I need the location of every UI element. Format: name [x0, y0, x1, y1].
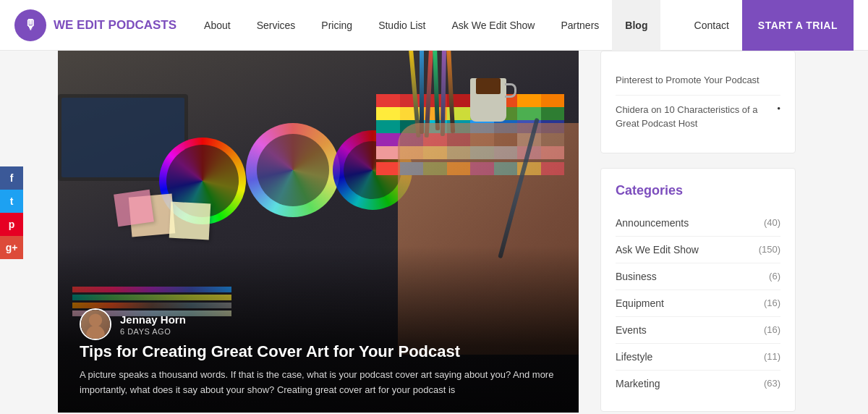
sidebar: Pinterest to Promote Your Podcast Chider… — [600, 51, 796, 414]
svg-point-1 — [86, 326, 104, 340]
category-item-lifestyle[interactable]: Lifestyle (11) — [616, 344, 780, 371]
category-label: Lifestyle — [616, 351, 652, 363]
category-count: (40) — [764, 217, 780, 228]
nav-item-ask-we-edit-show[interactable]: Ask We Edit Show — [439, 0, 548, 51]
twitter-social-button[interactable]: t — [0, 190, 23, 213]
nav-item-about[interactable]: About — [191, 0, 244, 51]
logo-link[interactable]: 🎙 WE EDIT PODCASTS — [14, 9, 176, 41]
categories-title: Categories — [616, 183, 780, 198]
category-label: Marketing — [616, 378, 660, 389]
comment-item: Pinterest to Promote Your Podcast — [616, 66, 780, 96]
hero-bg: Jennay Horn 6 DAYS AGO Tips for Creating… — [58, 51, 579, 413]
category-item-business[interactable]: Business (6) — [616, 263, 780, 290]
author-info: Jennay Horn 6 DAYS AGO — [80, 308, 186, 340]
author-avatar-image — [81, 310, 110, 339]
google-plus-social-button[interactable]: g+ — [0, 236, 23, 259]
nav-item-blog[interactable]: Blog — [612, 0, 660, 51]
social-sidebar: f t p g+ — [0, 166, 23, 259]
category-count: (11) — [764, 351, 780, 362]
author-avatar — [80, 308, 111, 340]
category-count: (6) — [769, 271, 780, 282]
article-area: Jennay Horn 6 DAYS AGO Tips for Creating… — [58, 51, 579, 414]
category-label: Events — [616, 324, 647, 336]
nav-item-pricing[interactable]: Pricing — [308, 0, 365, 51]
header-right: Contact START A TRIAL — [681, 0, 854, 51]
category-count: (16) — [764, 324, 780, 335]
category-item-ask-we-edit-show[interactable]: Ask We Edit Show (150) — [616, 237, 780, 263]
category-count: (16) — [764, 297, 780, 308]
category-label: Ask We Edit Show — [616, 244, 699, 255]
category-item-announcements[interactable]: Announcements (40) — [616, 210, 780, 237]
category-item-events[interactable]: Events (16) — [616, 317, 780, 344]
article-excerpt: A picture speaks a thousand words. If th… — [80, 368, 557, 398]
author-date: 6 DAYS AGO — [120, 327, 186, 336]
facebook-social-button[interactable]: f — [0, 166, 23, 190]
category-label: Equipment — [616, 297, 664, 309]
category-item-equipment[interactable]: Equipment (16) — [616, 290, 780, 317]
start-trial-button[interactable]: START A TRIAL — [742, 0, 854, 51]
logo-icon: 🎙 — [14, 9, 46, 41]
nav-item-services[interactable]: Services — [244, 0, 309, 51]
coffee-cup — [470, 72, 506, 122]
category-count: (63) — [764, 378, 780, 389]
categories-widget: Categories Announcements (40) Ask We Edi… — [600, 168, 796, 412]
nav-item-contact[interactable]: Contact — [681, 0, 742, 51]
nav-item-studio-list[interactable]: Studio List — [365, 0, 438, 51]
category-item-marketing[interactable]: Marketing (63) — [616, 371, 780, 397]
main-content: Jennay Horn 6 DAYS AGO Tips for Creating… — [0, 51, 868, 414]
logo-text: WE EDIT PODCASTS — [54, 18, 176, 33]
main-nav: About Services Pricing Studio List Ask W… — [191, 0, 681, 51]
site-header: 🎙 WE EDIT PODCASTS About Services Pricin… — [0, 0, 868, 51]
nav-item-partners[interactable]: Partners — [548, 0, 612, 51]
pinterest-social-button[interactable]: p — [0, 213, 23, 236]
author-name: Jennay Horn — [120, 313, 186, 326]
recent-comments-widget: Pinterest to Promote Your Podcast Chider… — [600, 51, 796, 153]
article-title: Tips for Creating Great Cover Art for Yo… — [80, 342, 557, 363]
category-label: Business — [616, 271, 657, 282]
hero-image: Jennay Horn 6 DAYS AGO Tips for Creating… — [58, 51, 579, 413]
category-count: (150) — [759, 244, 780, 255]
article-title-container: Tips for Creating Great Cover Art for Yo… — [58, 342, 579, 413]
category-label: Announcements — [616, 217, 689, 229]
svg-point-0 — [89, 313, 102, 326]
author-details: Jennay Horn 6 DAYS AGO — [120, 313, 186, 336]
comment-item: Chidera on 10 Characteristics of a Great… — [616, 96, 780, 138]
